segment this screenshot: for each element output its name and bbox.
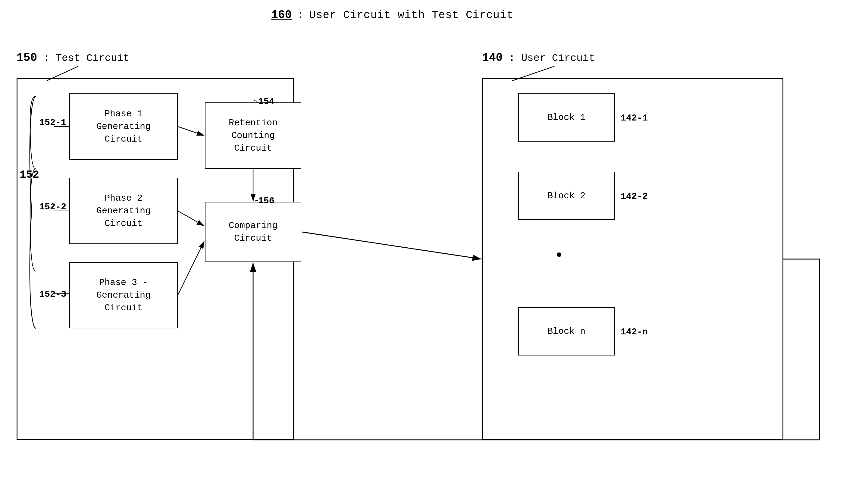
ref-142-2: 142-2 <box>621 191 648 201</box>
ref-150: 150 <box>17 51 37 64</box>
retention-box: RetentionCountingCircuit <box>205 103 301 169</box>
ref-142-n: 142-n <box>621 327 648 337</box>
phase2-text: Phase 2GeneratingCircuit <box>96 192 151 230</box>
dots: • <box>554 247 567 265</box>
text-140: User Circuit <box>521 52 595 64</box>
comparing-box: ComparingCircuit <box>205 202 301 262</box>
svg-line-8 <box>302 232 481 259</box>
ref-154: ~154 <box>253 96 274 107</box>
title-colon: : <box>297 9 304 21</box>
retention-text: RetentionCountingCircuit <box>229 116 278 155</box>
ref-152-1: 152-1 <box>39 118 66 128</box>
title-ref: 160 <box>271 8 292 21</box>
ref-152-2: 152-2 <box>39 202 66 212</box>
phase3-box: Phase 3 -GeneratingCircuit <box>69 262 178 328</box>
ref-156: ~156 <box>253 196 274 206</box>
block2-text: Block 2 <box>548 190 585 202</box>
label-user-circuit: 140 : User Circuit <box>482 51 595 64</box>
separator-150: : <box>43 52 49 64</box>
ref-152-3: 152-3 <box>39 289 66 300</box>
phase1-text: Phase 1GeneratingCircuit <box>96 108 151 145</box>
diagram-title: 160 : User Circuit with Test Circuit <box>271 8 513 21</box>
phase2-box: Phase 2GeneratingCircuit <box>69 178 178 244</box>
text-150: Test Circuit <box>56 52 129 64</box>
block1-box: Block 1 <box>518 93 615 142</box>
blockn-box: Block n <box>518 307 615 356</box>
block2-box: Block 2 <box>518 172 615 220</box>
blockn-text: Block n <box>548 325 585 338</box>
phase3-text: Phase 3 -GeneratingCircuit <box>96 276 151 314</box>
ref-140: 140 <box>482 51 503 64</box>
separator-140: : <box>509 52 515 64</box>
block1-text: Block 1 <box>548 111 585 124</box>
label-test-circuit: 150 : Test Circuit <box>17 51 129 64</box>
brace-152-label: 152 <box>20 169 39 181</box>
phase1-box: Phase 1GeneratingCircuit <box>69 93 178 160</box>
comparing-text: ComparingCircuit <box>229 219 278 245</box>
ref-142-1: 142-1 <box>621 113 648 123</box>
title-text: User Circuit with Test Circuit <box>309 9 513 21</box>
